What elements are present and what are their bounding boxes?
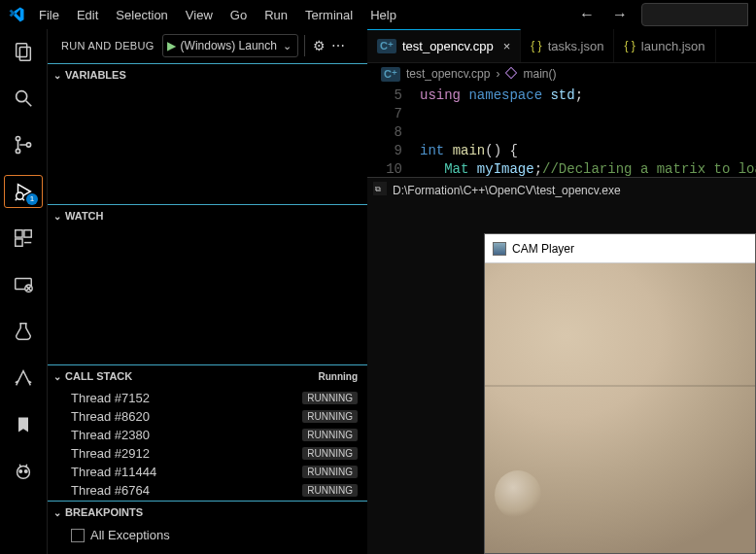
- debug-config-selector[interactable]: ▶ (Windows) Launch ⌄: [162, 34, 298, 57]
- code-line[interactable]: 9int main() {: [367, 142, 756, 160]
- thread-state: RUNNING: [302, 429, 358, 441]
- thread-row[interactable]: Thread #11444RUNNING: [48, 463, 367, 481]
- close-icon[interactable]: ×: [503, 39, 511, 53]
- debug-config-name: (Windows) Launch: [181, 39, 277, 52]
- tab-label: launch.json: [641, 39, 705, 53]
- tab-test_opencv-cpp[interactable]: C⁺test_opencv.cpp×: [367, 29, 521, 62]
- section-variables-header[interactable]: ⌄ VARIABLES: [48, 64, 367, 86]
- tab-tasks-json[interactable]: { }tasks.json: [521, 29, 614, 62]
- code-line[interactable]: 5using namespace std;: [367, 87, 756, 105]
- command-center-search[interactable]: [641, 3, 748, 26]
- watch-body: [48, 226, 367, 230]
- menu-file[interactable]: File: [31, 4, 67, 26]
- cam-player-window[interactable]: CAM Player: [484, 233, 756, 554]
- editor-tabs: C⁺test_opencv.cpp×{ }tasks.json{ }launch…: [367, 29, 756, 63]
- svg-point-21: [24, 470, 27, 473]
- svg-rect-12: [24, 230, 31, 237]
- svg-rect-11: [16, 230, 22, 237]
- activity-explorer[interactable]: [4, 35, 43, 68]
- menu-run[interactable]: Run: [257, 4, 295, 26]
- svg-rect-24: [506, 67, 517, 78]
- symbol-icon: [505, 67, 517, 82]
- menu-terminal[interactable]: Terminal: [297, 4, 361, 26]
- cam-video-feed: [485, 263, 755, 553]
- section-callstack-header[interactable]: ⌄ CALL STACK Running: [48, 365, 367, 387]
- breakpoint-label: All Exceptions: [90, 528, 170, 542]
- start-debug-icon[interactable]: ▶: [167, 39, 176, 52]
- callstack-state: Running: [318, 371, 361, 382]
- thread-state: RUNNING: [302, 466, 358, 478]
- more-icon[interactable]: ⋯: [327, 38, 349, 53]
- vscode-logo-icon: [8, 6, 25, 23]
- json-file-icon: { }: [531, 39, 541, 52]
- section-watch-label: WATCH: [65, 210, 104, 222]
- activity-autopilot[interactable]: [4, 362, 43, 395]
- thread-state: RUNNING: [302, 484, 358, 497]
- thread-row[interactable]: Thread #8620RUNNING: [48, 407, 367, 426]
- thread-name: Thread #6764: [71, 483, 150, 498]
- separator: [304, 35, 305, 56]
- svg-point-5: [16, 149, 19, 153]
- svg-line-23: [26, 465, 27, 467]
- code-line[interactable]: 7: [367, 105, 756, 123]
- menu-view[interactable]: View: [178, 4, 221, 26]
- cpp-file-icon: C⁺: [377, 39, 396, 53]
- menu-edit[interactable]: Edit: [69, 4, 106, 26]
- svg-rect-13: [16, 239, 22, 246]
- breadcrumb-file: test_opencv.cpp: [406, 67, 491, 81]
- activity-bookmark[interactable]: [4, 408, 43, 441]
- json-file-icon: { }: [624, 39, 635, 52]
- thread-row[interactable]: Thread #2912RUNNING: [48, 444, 367, 463]
- thread-name: Thread #7152: [71, 391, 150, 405]
- svg-text:⧉: ⧉: [375, 185, 381, 193]
- activity-remote[interactable]: [4, 268, 43, 301]
- cpp-file-icon: C⁺: [381, 67, 400, 82]
- section-breakpoints-label: BREAKPOINTS: [65, 506, 143, 518]
- tab-label: tasks.json: [548, 39, 604, 53]
- chevron-right-icon: ›: [496, 67, 499, 81]
- svg-line-9: [16, 198, 17, 200]
- tab-label: test_opencv.cpp: [402, 39, 494, 53]
- svg-point-6: [26, 143, 30, 147]
- console-window-title[interactable]: ⧉ D:\Formation\C++\OpenCV\test_opencv.ex…: [367, 177, 756, 202]
- run-and-debug-panel: RUN AND DEBUG ▶ (Windows) Launch ⌄ ⚙ ⋯ ⌄…: [47, 29, 367, 554]
- section-watch-header[interactable]: ⌄ WATCH: [48, 205, 367, 226]
- svg-point-2: [17, 91, 27, 102]
- svg-rect-1: [19, 47, 30, 60]
- chevron-down-icon: ⌄: [53, 70, 61, 81]
- console-exe-icon: ⧉: [373, 182, 387, 198]
- menu-selection[interactable]: Selection: [108, 4, 175, 26]
- activity-run-debug[interactable]: 1: [4, 175, 43, 208]
- breadcrumbs[interactable]: C⁺ test_opencv.cpp › main(): [367, 63, 756, 85]
- checkbox[interactable]: [71, 529, 85, 542]
- thread-row[interactable]: Thread #6764RUNNING: [48, 481, 367, 500]
- activity-extensions[interactable]: [4, 222, 43, 255]
- thread-row[interactable]: Thread #2380RUNNING: [48, 426, 367, 444]
- cam-player-titlebar[interactable]: CAM Player: [485, 234, 755, 263]
- section-breakpoints-header[interactable]: ⌄ BREAKPOINTS: [48, 502, 367, 523]
- chevron-down-icon: ⌄: [53, 507, 61, 518]
- svg-line-22: [19, 465, 20, 467]
- thread-state: RUNNING: [302, 410, 358, 423]
- menu-help[interactable]: Help: [362, 4, 404, 26]
- gear-icon[interactable]: ⚙: [311, 38, 327, 53]
- cam-title-text: CAM Player: [512, 242, 574, 256]
- chevron-down-icon: ⌄: [53, 371, 61, 382]
- activity-testing[interactable]: [4, 315, 43, 348]
- chevron-down-icon[interactable]: ⌄: [283, 40, 292, 52]
- breakpoint-row[interactable]: All Exceptions: [48, 525, 367, 545]
- svg-point-8: [17, 192, 23, 199]
- tab-launch-json[interactable]: { }launch.json: [614, 29, 715, 62]
- nav-back-icon[interactable]: ←: [575, 6, 599, 23]
- activity-source-control[interactable]: [4, 128, 43, 161]
- code-line[interactable]: 8: [367, 123, 756, 142]
- nav-forward-icon[interactable]: →: [608, 6, 632, 23]
- menu-bar: FileEditSelectionViewGoRunTerminalHelp: [31, 4, 404, 26]
- activity-search[interactable]: [4, 82, 43, 115]
- thread-name: Thread #11444: [71, 465, 156, 479]
- thread-name: Thread #8620: [71, 409, 150, 424]
- code-editor[interactable]: 5using namespace std;789int main() {10 M…: [367, 85, 756, 181]
- menu-go[interactable]: Go: [223, 4, 255, 26]
- activity-robot[interactable]: [4, 455, 43, 488]
- thread-row[interactable]: Thread #7152RUNNING: [48, 389, 367, 407]
